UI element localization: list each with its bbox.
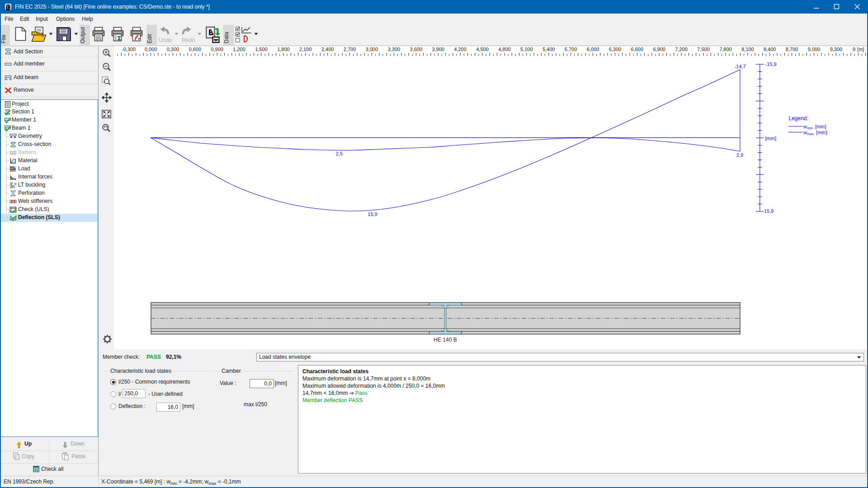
svg-text:[m]: [m] (857, 47, 864, 52)
svg-text:xx: xx (12, 152, 14, 155)
svg-text:Legend:: Legend: (789, 115, 808, 122)
svg-text:9: 9 (853, 47, 855, 52)
svg-text:6,900: 6,900 (653, 47, 665, 52)
svg-text:1,800: 1,800 (277, 47, 290, 52)
svg-text:HE 140 B: HE 140 B (434, 337, 457, 343)
svg-text:0,600: 0,600 (189, 47, 202, 52)
svg-text:8,400: 8,400 (764, 47, 776, 52)
svg-text:0,300: 0,300 (167, 47, 179, 52)
svg-text:2,5: 2,5 (336, 151, 343, 156)
svg-text:2,100: 2,100 (299, 47, 312, 52)
svg-text:2,9: 2,9 (736, 152, 743, 158)
svg-text:8,100: 8,100 (741, 47, 754, 52)
svg-text:7,500: 7,500 (697, 47, 710, 52)
svg-text:-15,9: -15,9 (765, 61, 777, 67)
svg-text:1,500: 1,500 (255, 47, 268, 52)
svg-text:5,400: 5,400 (542, 47, 555, 52)
svg-text:3,600: 3,600 (410, 47, 423, 52)
svg-text:0,000: 0,000 (145, 47, 157, 52)
svg-text:5,100: 5,100 (520, 47, 533, 52)
svg-text:9,000: 9,000 (808, 47, 821, 52)
svg-text:8,700: 8,700 (786, 47, 798, 52)
svg-text:6,300: 6,300 (609, 47, 622, 52)
svg-text:4,200: 4,200 (454, 47, 467, 52)
svg-text:[mm]: [mm] (765, 136, 776, 141)
svg-text:0,900: 0,900 (211, 47, 223, 52)
svg-text:6,600: 6,600 (631, 47, 644, 52)
svg-text:-0,300: -0,300 (122, 47, 136, 52)
svg-text:3,000: 3,000 (366, 47, 378, 52)
svg-text:15,9: 15,9 (764, 208, 774, 214)
svg-text:wmin. [mm]: wmin. [mm] (803, 124, 826, 130)
svg-text:wmax. [mm]: wmax. [mm] (803, 130, 827, 136)
svg-text:15,9: 15,9 (368, 211, 377, 217)
svg-text:3,900: 3,900 (432, 47, 444, 52)
svg-text:7,800: 7,800 (719, 47, 732, 52)
svg-text:-14,7: -14,7 (734, 64, 745, 69)
svg-text:7,200: 7,200 (675, 47, 688, 52)
svg-text:3,300: 3,300 (388, 47, 401, 52)
svg-text:4,800: 4,800 (498, 47, 511, 52)
svg-text:1,200: 1,200 (233, 47, 245, 52)
svg-text:2,400: 2,400 (321, 47, 334, 52)
svg-text:5,700: 5,700 (565, 47, 577, 52)
svg-text:4,500: 4,500 (476, 47, 489, 52)
svg-text:2,700: 2,700 (344, 47, 356, 52)
svg-text:9,300: 9,300 (830, 47, 843, 52)
svg-text:6,000: 6,000 (587, 47, 599, 52)
